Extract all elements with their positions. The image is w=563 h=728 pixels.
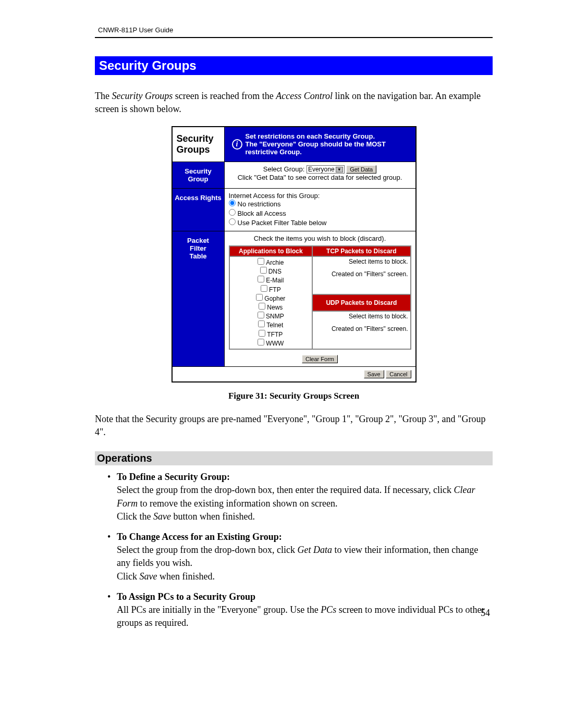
app-label: Telnet: [266, 322, 283, 329]
radio-input[interactable]: [229, 209, 236, 216]
operations-list: To Define a Security Group: Select the g…: [95, 471, 493, 630]
intro-text: The: [95, 91, 112, 101]
figure-caption: Figure 31: Security Groups Screen: [95, 391, 493, 401]
operation-item: To Change Access for an Existing Group: …: [107, 530, 493, 583]
app-checkbox[interactable]: Gopher: [232, 294, 310, 303]
get-data-button[interactable]: Get Data: [346, 165, 376, 174]
app-label: SNMP: [266, 313, 284, 320]
access-radio-block-all[interactable]: Block all Access: [229, 209, 411, 218]
access-radio-no-restrictions[interactable]: No restrictions: [229, 200, 411, 209]
checkbox-input[interactable]: [258, 339, 264, 346]
operations-heading: Operations: [95, 451, 493, 465]
checkbox-input[interactable]: [258, 258, 264, 265]
panel-title-l1: Security: [177, 133, 220, 144]
checkbox-input[interactable]: [259, 330, 265, 337]
udp-msg-cell: Select items to block. Created on "Filte…: [312, 311, 410, 349]
intro-em1: Security Groups: [112, 91, 173, 101]
info-icon: i: [232, 139, 242, 150]
app-label: TFTP: [267, 331, 283, 338]
info-line: restrictive Group.: [246, 148, 386, 156]
op-em: PCs: [321, 604, 336, 615]
app-label: Gopher: [264, 295, 285, 302]
op-em: Get Data: [297, 545, 332, 555]
op-text: All PCs are initially in the "Everyone" …: [117, 604, 321, 615]
op-text: to remove the existing information shown…: [138, 498, 337, 509]
apps-header-text: Applications to Block: [232, 248, 310, 255]
radio-input[interactable]: [229, 200, 236, 206]
created-msg: Created on "Filters" screen.: [315, 325, 408, 332]
checkbox-input[interactable]: [261, 285, 267, 292]
checkbox-input[interactable]: [258, 320, 265, 327]
group-select-value: Everyone: [308, 166, 335, 173]
info-line: Set restrictions on each Security Group.: [246, 132, 386, 140]
app-checkbox[interactable]: DNS: [232, 267, 310, 276]
checkbox-input[interactable]: [258, 312, 264, 318]
apps-header: Applications to Block: [229, 246, 313, 256]
packet-hint: Check the items you wish to block (disca…: [229, 235, 411, 242]
packet-l2: Filter: [175, 244, 222, 252]
app-label: DNS: [268, 268, 282, 275]
note-paragraph: Note that the Security groups are pre-na…: [95, 413, 493, 439]
radio-label: Use Packet Filter Table below: [238, 219, 327, 227]
created-msg: Created on "Filters" screen.: [315, 270, 408, 278]
app-checkbox[interactable]: Archie: [232, 258, 310, 267]
clear-form-button[interactable]: Clear Form: [302, 355, 338, 363]
app-checkbox[interactable]: WWW: [232, 339, 310, 348]
op-text: when finished.: [157, 571, 214, 582]
operation-item: To Define a Security Group: Select the g…: [107, 471, 493, 523]
operation-item: To Assign PCs to a Security Group All PC…: [107, 590, 493, 630]
row-label-security-group: Security Group: [172, 162, 224, 189]
op-text: Select the group from the drop-down box,…: [117, 485, 454, 495]
app-label: WWW: [266, 340, 284, 347]
checkbox-input[interactable]: [256, 294, 263, 301]
group-select[interactable]: Everyone ▼: [307, 165, 345, 174]
packet-filter-cell: Check the items you wish to block (disca…: [224, 231, 415, 367]
app-label: Archie: [266, 259, 284, 266]
op-text: Click the: [117, 511, 153, 522]
checkbox-input[interactable]: [259, 303, 265, 310]
udp-header: UDP Packets to Discard: [312, 294, 410, 312]
app-checkbox[interactable]: TFTP: [232, 330, 310, 339]
app-checkbox[interactable]: News: [232, 303, 310, 312]
page-number: 54: [481, 608, 490, 619]
radio-input[interactable]: [229, 218, 236, 225]
row-label-packet-filter: Packet Filter Table: [172, 231, 224, 367]
security-group-cell: Select Group: Everyone ▼ Get Data Click …: [224, 162, 415, 189]
op-title: To Assign PCs to a Security Group: [117, 591, 255, 602]
checkbox-input[interactable]: [258, 276, 264, 282]
intro-text: screen is reached from the: [173, 91, 276, 101]
cancel-button[interactable]: Cancel: [386, 370, 411, 378]
app-checkbox[interactable]: E-Mail: [232, 276, 310, 285]
row-label-access-rights: Access Rights: [172, 189, 224, 231]
radio-label: No restrictions: [238, 200, 281, 208]
op-text: Click: [117, 571, 140, 582]
packet-l3: Table: [175, 252, 222, 260]
intro-em2: Access Control: [276, 91, 333, 101]
op-title: To Change Access for an Existing Group:: [117, 532, 282, 542]
footer-buttons-cell: Save Cancel: [172, 366, 415, 381]
tcp-header: TCP Packets to Discard: [312, 246, 410, 256]
app-label: FTP: [269, 286, 281, 293]
screenshot-figure: Security Groups i Set restrictions on ea…: [172, 126, 417, 382]
radio-label: Block all Access: [238, 209, 286, 217]
op-text: button when finished.: [171, 511, 255, 522]
tcp-msg-cell: Select items to block. Created on "Filte…: [312, 256, 410, 294]
access-heading: Internet Access for this Group:: [229, 192, 411, 200]
select-items-msg: Select items to block.: [315, 313, 408, 320]
checkbox-input[interactable]: [260, 267, 267, 274]
select-hint: Click "Get Data" to see correct data for…: [229, 174, 411, 181]
op-em: Save: [140, 571, 157, 582]
app-checkbox[interactable]: FTP: [232, 285, 310, 294]
app-checkbox[interactable]: Telnet: [232, 320, 310, 329]
access-radio-packet-filter[interactable]: Use Packet Filter Table below: [229, 218, 411, 228]
panel-title-cell: Security Groups: [172, 127, 224, 162]
page-title: Security Groups: [95, 56, 493, 75]
save-button[interactable]: Save: [364, 370, 384, 378]
app-checkbox[interactable]: SNMP: [232, 312, 310, 320]
op-em: Save: [153, 511, 171, 522]
doc-header: CNWR-811P User Guide: [95, 26, 493, 34]
chevron-down-icon: ▼: [336, 167, 343, 172]
op-text: Select the group from the drop-down box,…: [117, 545, 297, 555]
info-line: The "Everyone" Group should be the MOST: [246, 140, 386, 148]
app-label: News: [267, 304, 283, 311]
